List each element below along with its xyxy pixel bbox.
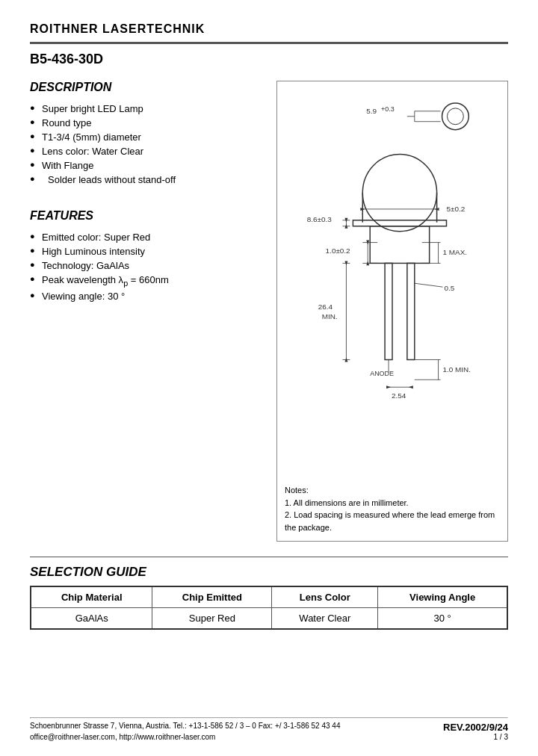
svg-rect-35 <box>385 263 392 359</box>
svg-point-1 <box>447 108 463 125</box>
desc-item-1: Super bright LED Lamp <box>30 102 262 116</box>
footer-page: 1 / 3 <box>494 733 508 741</box>
svg-rect-36 <box>407 263 415 359</box>
desc-item-3: T1-3/4 (5mm) diameter <box>30 130 262 144</box>
svg-text:ANODE: ANODE <box>370 370 394 377</box>
desc-item-2: Round type <box>30 116 262 130</box>
svg-point-0 <box>442 103 469 130</box>
desc-item-6: Solder leads without stand-off <box>30 173 262 187</box>
note-1: 1. All dimensions are in millimeter. <box>285 497 500 509</box>
footer-line <box>30 717 508 719</box>
svg-text:2.54: 2.54 <box>392 391 406 400</box>
col-chip-material: Chip Material <box>31 586 152 608</box>
note-2: 2. Load spacing is measured where the le… <box>285 509 500 533</box>
col-lens-color: Lens Color <box>272 586 378 608</box>
led-diagram: 5.9 +0.3 <box>285 90 500 476</box>
cell-chip-material: GaAlAs <box>31 608 152 630</box>
footer-revision: REV.2002/9/24 <box>443 722 508 733</box>
svg-text:5.9: 5.9 <box>366 107 377 115</box>
svg-marker-53 <box>386 385 391 388</box>
desc-item-5: With Flange <box>30 158 262 173</box>
part-number: B5-436-30D <box>30 52 508 67</box>
diagram-notes: Notes: 1. All dimensions are in millimet… <box>285 484 500 533</box>
cell-chip-emitted: Super Red <box>152 608 272 630</box>
feat-item-3: Technology: GaAlAs <box>30 258 262 273</box>
svg-text:MIN.: MIN. <box>322 312 338 320</box>
notes-title: Notes: <box>285 484 500 497</box>
svg-text:26.4: 26.4 <box>318 303 333 311</box>
selection-table: Chip Material Chip Emitted Lens Color Vi… <box>30 586 508 630</box>
feat-item-1: Emitted color: Super Red <box>30 230 262 244</box>
footer: Schoenbrunner Strasse 7, Vienna, Austria… <box>30 717 508 741</box>
svg-line-38 <box>415 283 443 287</box>
feat-item-2: High Luminous intensity <box>30 244 262 258</box>
svg-text:0.5: 0.5 <box>445 284 455 292</box>
features-list: Emitted color: Super Red High Luminous i… <box>30 230 262 303</box>
feat-item-4: Peak wavelength λp = 660nm <box>30 273 262 289</box>
header-divider <box>30 42 508 44</box>
description-section: DESCRIPTION Super bright LED Lamp Round … <box>30 81 262 187</box>
description-list: Super bright LED Lamp Round type T1-3/4 … <box>30 102 262 187</box>
col-viewing-angle: Viewing Angle <box>378 586 507 608</box>
svg-text:5±0.2: 5±0.2 <box>446 205 465 213</box>
diagram-box: 5.9 +0.3 <box>276 81 508 542</box>
description-title: DESCRIPTION <box>30 81 262 94</box>
desc-item-4: Lens color: Water Clear <box>30 144 262 158</box>
cell-viewing-angle: 30 ° <box>378 608 507 630</box>
table-header-row: Chip Material Chip Emitted Lens Color Vi… <box>31 586 507 608</box>
selection-divider <box>30 557 508 557</box>
footer-email-web: office@roithner-laser.com, http://www.ro… <box>30 733 215 741</box>
svg-text:+0.3: +0.3 <box>381 105 395 113</box>
selection-guide-section: SELECTION GUIDE Chip Material Chip Emitt… <box>30 565 508 630</box>
features-section: FEATURES Emitted color: Super Red High L… <box>30 209 262 303</box>
selection-title: SELECTION GUIDE <box>30 565 508 580</box>
table-row: GaAlAs Super Red Water Clear 30 ° <box>31 608 507 630</box>
feat-item-5: Viewing angle: 30 ° <box>30 289 262 303</box>
col-chip-emitted: Chip Emitted <box>152 586 272 608</box>
footer-address: Schoenbrunner Strasse 7, Vienna, Austria… <box>30 722 340 730</box>
svg-text:1 MAX.: 1 MAX. <box>443 248 468 256</box>
svg-text:8.6±0.3: 8.6±0.3 <box>307 215 333 223</box>
svg-marker-54 <box>409 385 413 388</box>
cell-lens-color: Water Clear <box>272 608 378 630</box>
svg-rect-11 <box>353 220 446 226</box>
features-title: FEATURES <box>30 209 262 223</box>
company-name: ROITHNER LASERTECHNIK <box>30 22 508 36</box>
svg-text:1.0 MIN.: 1.0 MIN. <box>443 365 471 374</box>
svg-text:1.0±0.2: 1.0±0.2 <box>326 247 351 255</box>
